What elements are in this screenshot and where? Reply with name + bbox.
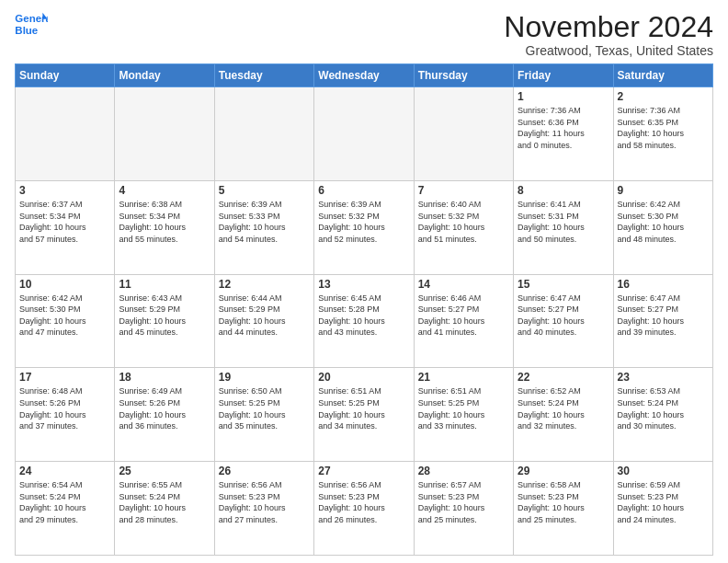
day-cell: 27Sunrise: 6:56 AMSunset: 5:23 PMDayligh… <box>314 462 414 556</box>
day-info: Sunrise: 6:50 AMSunset: 5:25 PMDaylight:… <box>219 385 310 431</box>
day-number: 27 <box>318 465 409 477</box>
day-cell: 11Sunrise: 6:43 AMSunset: 5:29 PMDayligh… <box>115 274 214 368</box>
day-cell: 16Sunrise: 6:47 AMSunset: 5:27 PMDayligh… <box>613 274 712 368</box>
day-number: 17 <box>19 371 110 384</box>
day-cell <box>314 87 414 181</box>
location: Greatwood, Texas, United States <box>504 43 713 58</box>
title-block: November 2024 Greatwood, Texas, United S… <box>504 11 713 58</box>
day-cell: 19Sunrise: 6:50 AMSunset: 5:25 PMDayligh… <box>214 368 313 462</box>
day-number: 25 <box>119 465 210 477</box>
day-cell: 6Sunrise: 6:39 AMSunset: 5:32 PMDaylight… <box>314 180 414 274</box>
day-number: 19 <box>219 371 310 384</box>
week-row-3: 17Sunrise: 6:48 AMSunset: 5:26 PMDayligh… <box>16 368 713 462</box>
day-cell: 30Sunrise: 6:59 AMSunset: 5:23 PMDayligh… <box>613 462 712 556</box>
day-number: 20 <box>318 371 409 384</box>
calendar-table: SundayMondayTuesdayWednesdayThursdayFrid… <box>15 63 713 556</box>
day-cell: 22Sunrise: 6:52 AMSunset: 5:24 PMDayligh… <box>514 368 613 462</box>
weekday-header-wednesday: Wednesday <box>314 64 414 87</box>
day-number: 26 <box>219 465 310 477</box>
day-number: 6 <box>318 184 409 197</box>
day-number: 16 <box>618 278 709 291</box>
weekday-header-friday: Friday <box>514 64 613 87</box>
day-info: Sunrise: 6:51 AMSunset: 5:25 PMDaylight:… <box>418 385 509 431</box>
day-info: Sunrise: 6:49 AMSunset: 5:26 PMDaylight:… <box>119 385 210 431</box>
day-info: Sunrise: 6:47 AMSunset: 5:27 PMDaylight:… <box>618 293 709 339</box>
day-cell: 29Sunrise: 6:58 AMSunset: 5:23 PMDayligh… <box>514 462 613 556</box>
day-cell: 3Sunrise: 6:37 AMSunset: 5:34 PMDaylight… <box>16 180 115 274</box>
day-cell: 10Sunrise: 6:42 AMSunset: 5:30 PMDayligh… <box>16 274 115 368</box>
weekday-header-row: SundayMondayTuesdayWednesdayThursdayFrid… <box>16 64 713 87</box>
day-cell: 28Sunrise: 6:57 AMSunset: 5:23 PMDayligh… <box>414 462 513 556</box>
day-cell: 7Sunrise: 6:40 AMSunset: 5:32 PMDaylight… <box>414 180 513 274</box>
day-cell: 1Sunrise: 7:36 AMSunset: 6:36 PMDaylight… <box>514 87 613 181</box>
day-number: 28 <box>418 465 509 477</box>
day-number: 15 <box>518 278 609 291</box>
day-cell: 26Sunrise: 6:56 AMSunset: 5:23 PMDayligh… <box>214 462 313 556</box>
day-info: Sunrise: 6:53 AMSunset: 5:24 PMDaylight:… <box>618 385 709 431</box>
day-cell <box>115 87 214 181</box>
day-info: Sunrise: 6:56 AMSunset: 5:23 PMDaylight:… <box>219 479 310 525</box>
week-row-1: 3Sunrise: 6:37 AMSunset: 5:34 PMDaylight… <box>16 180 713 274</box>
day-info: Sunrise: 7:36 AMSunset: 6:35 PMDaylight:… <box>618 105 709 151</box>
day-info: Sunrise: 6:52 AMSunset: 5:24 PMDaylight:… <box>518 385 609 431</box>
day-info: Sunrise: 6:57 AMSunset: 5:23 PMDaylight:… <box>418 479 509 525</box>
day-cell <box>414 87 513 181</box>
day-cell: 24Sunrise: 6:54 AMSunset: 5:24 PMDayligh… <box>16 462 115 556</box>
day-number: 4 <box>119 184 210 197</box>
day-number: 1 <box>518 90 609 103</box>
day-info: Sunrise: 6:47 AMSunset: 5:27 PMDaylight:… <box>518 293 609 339</box>
weekday-header-thursday: Thursday <box>414 64 513 87</box>
svg-text:Blue: Blue <box>15 25 38 36</box>
weekday-header-tuesday: Tuesday <box>214 64 313 87</box>
day-cell: 4Sunrise: 6:38 AMSunset: 5:34 PMDaylight… <box>115 180 214 274</box>
day-info: Sunrise: 6:43 AMSunset: 5:29 PMDaylight:… <box>119 293 210 339</box>
day-number: 21 <box>418 371 509 384</box>
day-number: 5 <box>219 184 310 197</box>
week-row-4: 24Sunrise: 6:54 AMSunset: 5:24 PMDayligh… <box>16 462 713 556</box>
day-cell: 20Sunrise: 6:51 AMSunset: 5:25 PMDayligh… <box>314 368 414 462</box>
day-cell <box>16 87 115 181</box>
day-cell <box>214 87 313 181</box>
day-number: 9 <box>618 184 709 197</box>
day-cell: 13Sunrise: 6:45 AMSunset: 5:28 PMDayligh… <box>314 274 414 368</box>
day-cell: 25Sunrise: 6:55 AMSunset: 5:24 PMDayligh… <box>115 462 214 556</box>
day-info: Sunrise: 6:48 AMSunset: 5:26 PMDaylight:… <box>19 385 110 431</box>
day-cell: 2Sunrise: 7:36 AMSunset: 6:35 PMDaylight… <box>613 87 712 181</box>
day-info: Sunrise: 6:40 AMSunset: 5:32 PMDaylight:… <box>418 199 509 245</box>
day-number: 3 <box>19 184 110 197</box>
day-number: 29 <box>518 465 609 477</box>
weekday-header-saturday: Saturday <box>613 64 712 87</box>
day-number: 23 <box>618 371 709 384</box>
day-cell: 18Sunrise: 6:49 AMSunset: 5:26 PMDayligh… <box>115 368 214 462</box>
day-cell: 5Sunrise: 6:39 AMSunset: 5:33 PMDaylight… <box>214 180 313 274</box>
weekday-header-sunday: Sunday <box>16 64 115 87</box>
day-cell: 14Sunrise: 6:46 AMSunset: 5:27 PMDayligh… <box>414 274 513 368</box>
day-cell: 9Sunrise: 6:42 AMSunset: 5:30 PMDaylight… <box>613 180 712 274</box>
day-number: 8 <box>518 184 609 197</box>
day-info: Sunrise: 6:38 AMSunset: 5:34 PMDaylight:… <box>119 199 210 245</box>
day-number: 13 <box>318 278 409 291</box>
day-cell: 15Sunrise: 6:47 AMSunset: 5:27 PMDayligh… <box>514 274 613 368</box>
page: General Blue November 2024 Greatwood, Te… <box>0 0 728 563</box>
day-info: Sunrise: 6:46 AMSunset: 5:27 PMDaylight:… <box>418 293 509 339</box>
logo-icon: General Blue <box>15 11 48 39</box>
day-info: Sunrise: 6:56 AMSunset: 5:23 PMDaylight:… <box>318 479 409 525</box>
week-row-2: 10Sunrise: 6:42 AMSunset: 5:30 PMDayligh… <box>16 274 713 368</box>
day-info: Sunrise: 6:45 AMSunset: 5:28 PMDaylight:… <box>318 293 409 339</box>
day-info: Sunrise: 7:36 AMSunset: 6:36 PMDaylight:… <box>518 105 609 151</box>
header: General Blue November 2024 Greatwood, Te… <box>15 11 713 58</box>
day-info: Sunrise: 6:37 AMSunset: 5:34 PMDaylight:… <box>19 199 110 245</box>
day-cell: 17Sunrise: 6:48 AMSunset: 5:26 PMDayligh… <box>16 368 115 462</box>
week-row-0: 1Sunrise: 7:36 AMSunset: 6:36 PMDaylight… <box>16 87 713 181</box>
day-info: Sunrise: 6:54 AMSunset: 5:24 PMDaylight:… <box>19 479 110 525</box>
logo: General Blue <box>15 11 48 39</box>
day-info: Sunrise: 6:42 AMSunset: 5:30 PMDaylight:… <box>618 199 709 245</box>
day-number: 11 <box>119 278 210 291</box>
day-number: 10 <box>19 278 110 291</box>
weekday-header-monday: Monday <box>115 64 214 87</box>
day-info: Sunrise: 6:51 AMSunset: 5:25 PMDaylight:… <box>318 385 409 431</box>
day-info: Sunrise: 6:39 AMSunset: 5:33 PMDaylight:… <box>219 199 310 245</box>
day-info: Sunrise: 6:39 AMSunset: 5:32 PMDaylight:… <box>318 199 409 245</box>
day-number: 18 <box>119 371 210 384</box>
day-number: 7 <box>418 184 509 197</box>
